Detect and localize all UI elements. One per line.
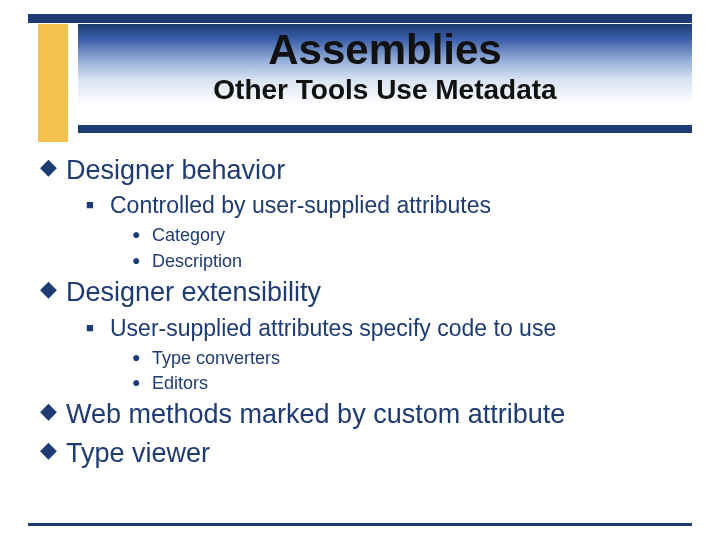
dot-bullet-icon: ● <box>132 373 152 392</box>
bullet-text: Type viewer <box>66 435 210 471</box>
content-body: ◆ Designer behavior ■ Controlled by user… <box>40 152 690 473</box>
bullet-level1: ◆ Web methods marked by custom attribute <box>40 396 690 432</box>
slide-subtitle: Other Tools Use Metadata <box>90 74 680 106</box>
bullet-level3: ● Type converters <box>132 346 690 370</box>
diamond-bullet-icon: ◆ <box>40 435 66 465</box>
dot-bullet-icon: ● <box>132 251 152 270</box>
bullet-level1: ◆ Designer extensibility <box>40 274 690 310</box>
diamond-bullet-icon: ◆ <box>40 274 66 304</box>
title-underline <box>78 125 692 133</box>
bullet-text: Type converters <box>152 346 280 370</box>
footer-bar <box>28 523 692 526</box>
bullet-level3: ● Category <box>132 223 690 247</box>
bullet-text: Editors <box>152 371 208 395</box>
side-accent <box>38 24 68 142</box>
dot-bullet-icon: ● <box>132 225 152 244</box>
square-bullet-icon: ■ <box>86 196 110 214</box>
bullet-level2: ■ Controlled by user-supplied attributes <box>86 190 690 221</box>
bullet-text: Category <box>152 223 225 247</box>
slide: Assemblies Other Tools Use Metadata ◆ De… <box>0 0 720 540</box>
square-bullet-icon: ■ <box>86 319 110 337</box>
bullet-text: Designer behavior <box>66 152 285 188</box>
bullet-text: Web methods marked by custom attribute <box>66 396 565 432</box>
bullet-level1: ◆ Designer behavior <box>40 152 690 188</box>
bullet-text: Controlled by user-supplied attributes <box>110 190 491 221</box>
bullet-text: Designer extensibility <box>66 274 321 310</box>
dot-bullet-icon: ● <box>132 348 152 367</box>
bullet-level2: ■ User-supplied attributes specify code … <box>86 313 690 344</box>
top-bar <box>28 14 692 23</box>
bullet-level1: ◆ Type viewer <box>40 435 690 471</box>
bullet-text: Description <box>152 249 242 273</box>
slide-title: Assemblies <box>90 28 680 72</box>
title-block: Assemblies Other Tools Use Metadata <box>90 28 680 106</box>
diamond-bullet-icon: ◆ <box>40 396 66 426</box>
bullet-text: User-supplied attributes specify code to… <box>110 313 556 344</box>
diamond-bullet-icon: ◆ <box>40 152 66 182</box>
bullet-level3: ● Description <box>132 249 690 273</box>
bullet-level3: ● Editors <box>132 371 690 395</box>
